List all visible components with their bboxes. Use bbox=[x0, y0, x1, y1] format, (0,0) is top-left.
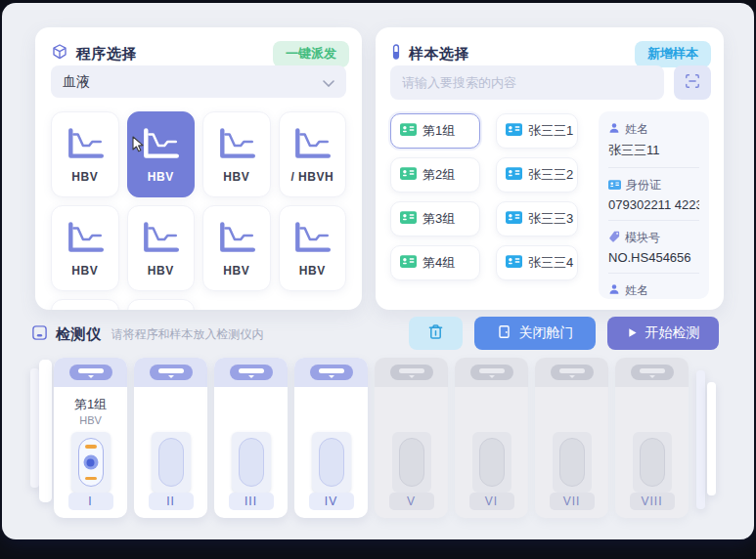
id-card-icon bbox=[400, 211, 417, 227]
program-card[interactable]: HBV bbox=[127, 111, 196, 197]
detail-field-label: 姓名 bbox=[625, 282, 648, 299]
program-card[interactable]: HBV bbox=[202, 205, 271, 291]
detector-slots: 第1组 HBV I II bbox=[54, 358, 689, 518]
chevron-down-icon bbox=[323, 74, 334, 90]
program-card-label: HBV bbox=[223, 170, 249, 184]
category-dropdown-value: 血液 bbox=[63, 73, 90, 91]
chart-icon bbox=[216, 126, 257, 165]
tray-stack-right-back bbox=[696, 370, 705, 509]
program-card-label: HBV bbox=[299, 264, 326, 278]
add-sample-button[interactable]: 新增样本 bbox=[635, 41, 711, 67]
app-window: 程序选择 一键派发 血液 HBV HBV HBV / HBVH bbox=[2, 3, 754, 539]
dispatch-button[interactable]: 一键派发 bbox=[273, 41, 349, 67]
slot-program-label bbox=[214, 414, 288, 427]
sample-item-label: 张三三3 bbox=[528, 210, 573, 228]
sample-item[interactable]: 张三三4 bbox=[496, 245, 578, 280]
detector-slot[interactable]: II bbox=[134, 358, 207, 518]
chart-icon bbox=[291, 126, 333, 165]
detector-slot[interactable]: V bbox=[375, 358, 448, 518]
sample-item[interactable]: 张三三3 bbox=[496, 201, 578, 236]
start-detection-button[interactable]: 开始检测 bbox=[607, 317, 719, 350]
slot-header bbox=[615, 358, 689, 387]
cartridge-icon bbox=[640, 438, 665, 487]
user-icon bbox=[608, 120, 620, 138]
test-tube-icon bbox=[391, 44, 401, 64]
sample-item[interactable]: 张三三1 bbox=[496, 113, 578, 149]
program-card[interactable]: HBV bbox=[127, 205, 196, 291]
id-card-icon bbox=[506, 211, 522, 227]
slot-handle-icon[interactable] bbox=[150, 365, 193, 380]
slot-group-label bbox=[214, 396, 288, 411]
slot-handle-icon[interactable] bbox=[310, 365, 353, 380]
chart-icon bbox=[216, 220, 257, 259]
chart-icon bbox=[140, 126, 181, 165]
scan-button[interactable] bbox=[674, 65, 711, 100]
detector-slot[interactable]: IV bbox=[294, 358, 368, 518]
slot-group-label bbox=[615, 396, 689, 411]
group-item[interactable]: 第2组 bbox=[390, 157, 480, 193]
detector-slot[interactable]: VIII bbox=[615, 358, 689, 518]
slot-program-label bbox=[375, 414, 448, 427]
id-card-icon bbox=[400, 167, 417, 183]
play-icon bbox=[627, 325, 638, 341]
cube-icon bbox=[51, 43, 68, 64]
cartridge-well bbox=[472, 432, 511, 493]
slot-program-label: HBV bbox=[54, 414, 127, 427]
sample-detail-card: 姓名 张三三11 身份证 079302211 4223444422 模块号 NO… bbox=[599, 111, 709, 299]
slot-handle-icon[interactable] bbox=[230, 365, 273, 380]
slot-handle-icon[interactable] bbox=[69, 365, 112, 380]
program-card-label: / HBVH bbox=[290, 170, 334, 184]
group-item[interactable]: 第3组 bbox=[390, 201, 480, 236]
tray-stack-left-back bbox=[30, 368, 39, 488]
slot-numeral: II bbox=[149, 493, 194, 510]
cartridge-icon bbox=[319, 438, 344, 487]
slot-handle-icon[interactable] bbox=[631, 365, 674, 380]
program-card[interactable]: HBV bbox=[202, 111, 271, 197]
detector-slot[interactable]: VII bbox=[535, 358, 608, 518]
chart-icon bbox=[65, 126, 106, 165]
program-card[interactable]: HBV bbox=[279, 205, 347, 291]
group-item-label: 第3组 bbox=[422, 210, 455, 228]
slot-group-label bbox=[455, 396, 528, 411]
slot-group-label: 第1组 bbox=[54, 396, 127, 411]
cartridge-icon bbox=[559, 438, 585, 487]
sample-item[interactable]: 张三三2 bbox=[496, 157, 578, 193]
group-item-label: 第1组 bbox=[422, 122, 455, 140]
detail-field-label: 身份证 bbox=[626, 177, 661, 194]
program-card-label: HBV bbox=[148, 264, 174, 278]
program-card[interactable]: HBV bbox=[51, 299, 119, 310]
detector-slot[interactable]: III bbox=[214, 358, 288, 518]
group-list: 第1组 第2组 第3组 第4组 bbox=[390, 113, 480, 280]
slot-handle-icon[interactable] bbox=[470, 365, 513, 380]
slot-numeral: I bbox=[68, 493, 113, 510]
category-dropdown[interactable]: 血液 bbox=[51, 65, 346, 98]
slot-group-label bbox=[535, 396, 608, 411]
slot-handle-icon[interactable] bbox=[390, 365, 433, 380]
program-card[interactable]: / HBVH bbox=[279, 111, 347, 197]
tray-stack-left-front bbox=[39, 360, 52, 502]
close-door-button[interactable]: 关闭舱门 bbox=[474, 317, 596, 350]
clear-button[interactable] bbox=[409, 317, 463, 350]
sample-selection-panel: 样本选择 新增样本 第1组 第2组 第3组 第4 bbox=[376, 27, 724, 310]
detector-subtitle: 请将程序和样本放入检测仪内 bbox=[111, 326, 264, 343]
group-item-label: 第4组 bbox=[422, 254, 455, 272]
sample-panel-title: 样本选择 bbox=[409, 45, 469, 64]
group-item[interactable]: 第4组 bbox=[390, 245, 480, 280]
slot-header bbox=[535, 358, 608, 387]
program-card[interactable]: HBV bbox=[51, 205, 119, 291]
detector-slot[interactable]: VI bbox=[455, 358, 528, 518]
detail-field: 姓名 张三三12 bbox=[608, 281, 699, 299]
slot-program-label bbox=[294, 414, 368, 427]
slot-header bbox=[294, 358, 368, 387]
group-item[interactable]: 第1组 bbox=[390, 113, 480, 149]
detector-slot[interactable]: 第1组 HBV I bbox=[54, 358, 127, 518]
search-input[interactable] bbox=[390, 65, 664, 100]
slot-handle-icon[interactable] bbox=[551, 365, 594, 380]
slot-group-label bbox=[375, 396, 448, 411]
program-card[interactable]: HBV bbox=[127, 299, 196, 310]
program-card[interactable]: HBV bbox=[51, 111, 119, 197]
tag-icon bbox=[608, 229, 620, 246]
slot-numeral: V bbox=[389, 493, 434, 510]
sample-item-label: 张三三2 bbox=[528, 166, 573, 184]
id-card-icon bbox=[506, 255, 522, 271]
